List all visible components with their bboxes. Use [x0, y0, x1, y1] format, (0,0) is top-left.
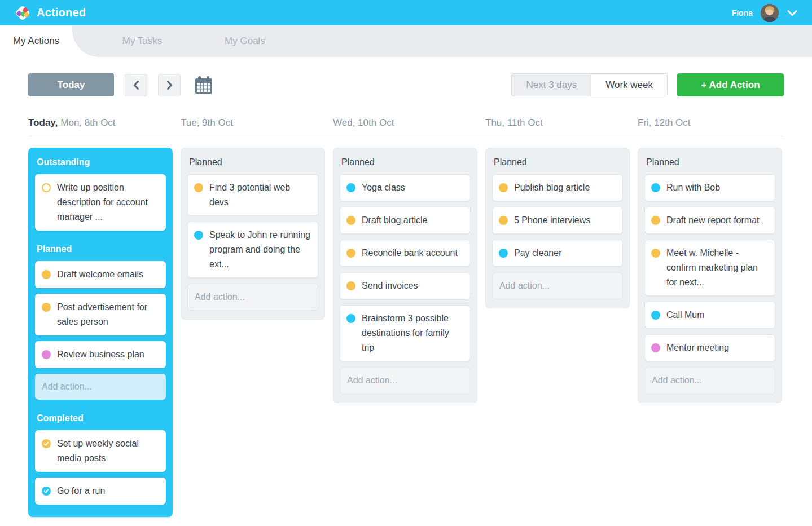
action-card[interactable]: Meet w. Michelle - confirm marketing pla…	[644, 240, 775, 296]
tab-bar: My Actions My Tasks My Goals	[0, 25, 812, 57]
section-planned: Planned Find 3 potential web devs Speak …	[187, 157, 318, 311]
status-dot-outline-yellow-icon	[42, 183, 51, 192]
user-menu: Fiona	[732, 4, 801, 22]
add-action-input[interactable]: Add action...	[35, 374, 166, 400]
status-dot-yellow-icon	[499, 183, 508, 192]
date-header: Tue, 9th Oct	[181, 117, 325, 129]
action-card[interactable]: Pay cleaner	[492, 240, 623, 267]
day-column-today: Outstanding Write up position descriptio…	[28, 148, 173, 517]
section-outstanding: Outstanding Write up position descriptio…	[35, 157, 166, 231]
section-planned: Planned Publish blog article 5 Phone int…	[492, 157, 623, 299]
action-card[interactable]: Go for a run	[35, 478, 166, 505]
section-title: Completed	[37, 413, 165, 423]
tab-my-actions[interactable]: My Actions	[0, 25, 72, 57]
week-board: Outstanding Write up position descriptio…	[0, 148, 812, 517]
action-card[interactable]: Review business plan	[35, 341, 166, 368]
date-header: Wed, 10th Oct	[333, 117, 477, 129]
actioned-logo-icon	[15, 5, 30, 21]
section-planned: Planned Run with Bob Draft new report fo…	[644, 157, 775, 394]
status-dot-cyan-icon	[194, 231, 203, 240]
tab-my-goals[interactable]: My Goals	[203, 25, 287, 57]
action-card[interactable]: Write up position description for accoun…	[35, 174, 166, 231]
action-card[interactable]: Publish blog article	[492, 174, 623, 201]
status-dot-yellow-icon	[651, 249, 660, 258]
avatar[interactable]	[761, 4, 779, 22]
day-column-tue: Planned Find 3 potential web devs Speak …	[181, 148, 325, 320]
chevron-right-icon	[165, 80, 174, 90]
add-action-input[interactable]: Add action...	[187, 284, 318, 311]
action-card[interactable]: Speak to John re running program and doi…	[187, 222, 318, 278]
check-circle-yellow-icon	[42, 439, 51, 448]
calendar-picker-button[interactable]	[194, 76, 214, 95]
action-card[interactable]: Run with Bob	[644, 174, 775, 201]
day-column-fri: Planned Run with Bob Draft new report fo…	[638, 148, 782, 403]
status-dot-pink-icon	[42, 350, 51, 359]
calendar-icon	[194, 76, 214, 95]
action-card[interactable]: Reconcile bank account	[340, 240, 471, 267]
section-title: Planned	[37, 244, 165, 254]
toolbar: Today Next 3 days Work week + Add Action	[28, 73, 784, 96]
check-circle-cyan-icon	[42, 487, 51, 496]
section-title: Outstanding	[37, 157, 165, 167]
status-dot-yellow-icon	[346, 249, 355, 258]
today-button[interactable]: Today	[28, 73, 114, 96]
status-dot-yellow-icon	[346, 281, 355, 290]
action-card[interactable]: Brainstorm 3 possible destinations for f…	[340, 305, 471, 361]
section-planned: Planned Draft welcome emails Post advert…	[35, 244, 166, 400]
add-action-input[interactable]: Add action...	[340, 367, 471, 394]
date-header-today: Today,Mon, 8th Oct	[28, 117, 173, 129]
action-card[interactable]: 5 Phone interviews	[492, 207, 623, 234]
section-planned: Planned Yoga class Draft blog article Re…	[340, 157, 471, 394]
app-name: Actioned	[37, 6, 86, 19]
chevron-left-icon	[132, 80, 141, 90]
tab-my-tasks[interactable]: My Tasks	[100, 25, 184, 57]
status-dot-pink-icon	[651, 343, 660, 352]
add-action-input[interactable]: Add action...	[492, 272, 623, 299]
toolbar-right: Next 3 days Work week + Add Action	[511, 73, 784, 96]
status-dot-yellow-icon	[499, 216, 508, 225]
next-day-button[interactable]	[158, 74, 181, 96]
add-action-button[interactable]: + Add Action	[677, 73, 784, 96]
view-toggle-work-week[interactable]: Work week	[591, 74, 667, 96]
status-dot-yellow-icon	[651, 216, 660, 225]
action-card[interactable]: Yoga class	[340, 174, 471, 201]
top-bar: Actioned Fiona	[0, 0, 812, 25]
header-divider	[28, 136, 784, 136]
date-header: Fri, 12th Oct	[638, 117, 782, 129]
status-dot-yellow-icon	[42, 270, 51, 279]
day-column-thu: Planned Publish blog article 5 Phone int…	[485, 148, 630, 308]
section-title: Planned	[341, 157, 469, 167]
section-title: Planned	[494, 157, 622, 167]
chevron-down-icon[interactable]	[787, 10, 797, 16]
status-dot-yellow-icon	[42, 303, 51, 312]
section-completed: Completed Set up weekly social media pos…	[35, 413, 166, 505]
action-card[interactable]: Draft blog article	[340, 207, 471, 234]
user-name: Fiona	[732, 8, 753, 17]
status-dot-cyan-icon	[346, 183, 355, 192]
action-card[interactable]: Mentor meeting	[644, 334, 775, 361]
status-dot-cyan-icon	[651, 311, 660, 320]
action-card[interactable]: Find 3 potential web devs	[187, 174, 318, 216]
day-column-wed: Planned Yoga class Draft blog article Re…	[333, 148, 477, 403]
status-dot-cyan-icon	[499, 249, 508, 258]
action-card[interactable]: Send invoices	[340, 272, 471, 299]
date-header: Thu, 11th Oct	[485, 117, 630, 129]
view-toggle: Next 3 days Work week	[511, 73, 668, 96]
action-card[interactable]: Draft new report format	[644, 207, 775, 234]
status-dot-cyan-icon	[346, 314, 355, 323]
date-header-row: Today,Mon, 8th Oct Tue, 9th Oct Wed, 10t…	[0, 117, 812, 129]
status-dot-yellow-icon	[194, 183, 203, 192]
action-card[interactable]: Set up weekly social media posts	[35, 430, 166, 472]
section-title: Planned	[189, 157, 317, 167]
today-label: Today,	[28, 117, 58, 128]
status-dot-yellow-icon	[346, 216, 355, 225]
status-dot-cyan-icon	[651, 183, 660, 192]
add-action-input[interactable]: Add action...	[644, 367, 775, 394]
prev-day-button[interactable]	[125, 74, 147, 96]
section-title: Planned	[646, 157, 774, 167]
view-toggle-next-3-days[interactable]: Next 3 days	[512, 74, 591, 96]
action-card[interactable]: Draft welcome emails	[35, 261, 166, 288]
action-card[interactable]: Post advertisement for sales person	[35, 294, 166, 335]
action-card[interactable]: Call Mum	[644, 302, 775, 329]
